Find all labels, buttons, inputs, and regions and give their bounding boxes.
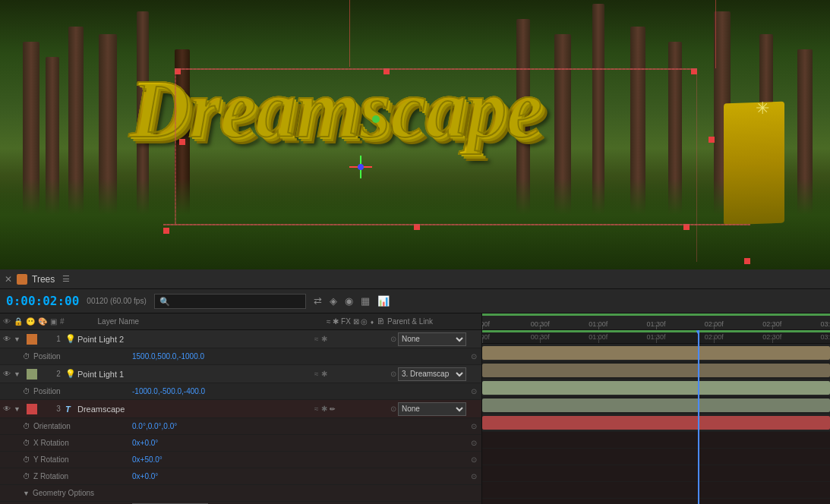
parent-dropdown[interactable]: 3. Dreamscap None <box>398 367 466 381</box>
guide-line <box>349 0 350 67</box>
property-row: ⏱ Y Rotation 0x+50.0° ⊙ <box>0 452 481 468</box>
layer-switches: ≈ ✱ ✏ <box>314 405 390 413</box>
comp-tab-bar: ✕ Trees ☰ <box>0 269 830 289</box>
track-bar <box>482 364 830 377</box>
timeline-search-input[interactable] <box>154 294 306 309</box>
layer-row[interactable]: 👁 ▼ 2 💡 Point Light 1 ≈ ✱ ⊙ 3. Dreamscap… <box>0 365 481 383</box>
parent-dropdown[interactable]: None <box>398 332 466 346</box>
selection-handle[interactable] <box>179 139 185 145</box>
track-row <box>482 362 830 379</box>
property-value[interactable]: 0x+50.0° <box>132 455 471 464</box>
property-value[interactable]: 1500.0,500.0,-1000.0 <box>132 352 471 361</box>
label-col-icon: ▣ <box>50 317 57 326</box>
timeline-header: 0:00:02:00 00120 (60.00 fps) ⇄ ◈ ◉ ▦ 📊 <box>0 289 830 313</box>
effects-col-icon: 🎨 <box>38 317 47 326</box>
layer-controls: ▼ <box>14 404 52 414</box>
layer-color <box>27 369 37 380</box>
switch-solo[interactable]: ≈ <box>314 370 319 378</box>
property-value[interactable]: -1000.0,-500.0,-400.0 <box>132 387 471 395</box>
frame-blend-icon[interactable]: ▦ <box>361 295 370 307</box>
switch-fx[interactable]: ✱ <box>321 405 327 413</box>
track-row <box>482 465 830 482</box>
stopwatch-icon[interactable]: ⏱ <box>23 455 33 464</box>
stopwatch-icon[interactable]: ⏱ <box>23 422 33 430</box>
comp-color-swatch <box>17 274 27 285</box>
layer-expand-icon[interactable]: ▼ <box>14 405 24 413</box>
layer-controls: ▼ <box>14 334 52 345</box>
selection-border-top <box>175 68 697 70</box>
anchor-point[interactable] <box>372 115 380 123</box>
shy-col-icon: 😶 <box>26 317 35 326</box>
reset-icon[interactable]: ⊙ <box>471 387 481 395</box>
parent-dropdown[interactable]: None <box>398 402 466 416</box>
layer-row[interactable]: 👁 ▼ 1 💡 Point Light 2 ≈ ✱ ⊙ None <box>0 330 481 348</box>
stopwatch-icon[interactable]: ⏱ <box>23 352 33 361</box>
preview-area: Dreamscape ✳ <box>0 0 830 269</box>
property-name: Orientation <box>33 422 132 430</box>
layer-expand-icon[interactable]: ▼ <box>14 335 24 343</box>
track-row <box>482 344 830 362</box>
layer-row[interactable]: 👁 ▼ 3 T Dreamscape ≈ ✱ ✏ ⊙ None <box>0 400 481 418</box>
draft-mode-icon[interactable]: ◈ <box>330 295 337 307</box>
track-row <box>482 414 830 432</box>
motion-blur-icon[interactable]: ◉ <box>345 295 353 307</box>
graph-editor-icon[interactable]: 📊 <box>377 295 390 307</box>
layer-list: 👁 ▼ 1 💡 Point Light 2 ≈ ✱ ⊙ None <box>0 330 482 504</box>
transfer-modes-icon[interactable]: ⇄ <box>314 295 322 307</box>
layer-color <box>27 334 37 345</box>
ruler-header: 0:00f00:30f01:00f01:30f02:00f02:30f03:00… <box>482 313 830 329</box>
switch-3d[interactable]: ≈ <box>314 405 319 413</box>
layers-tracks-area: 👁 ▼ 1 💡 Point Light 2 ≈ ✱ ⊙ None <box>0 330 830 504</box>
property-row: ⏱ Z Rotation 0x+0.0° ⊙ <box>0 468 481 485</box>
switch-pencil[interactable]: ✏ <box>330 405 336 413</box>
reset-icon[interactable]: ⊙ <box>471 352 481 361</box>
light-layer-icon: 💡 <box>65 369 77 379</box>
switch-solo[interactable]: ≈ <box>314 335 319 343</box>
switch-fx[interactable]: ✱ <box>321 370 327 378</box>
reset-icon[interactable]: ⊙ <box>471 472 481 480</box>
section-name-label: Geometry Options <box>33 489 94 497</box>
section-expand-icon[interactable]: ▼ <box>23 490 30 497</box>
layer-parent-select: ⊙ 3. Dreamscap None <box>390 367 481 381</box>
layer-visibility-toggle[interactable]: 👁 <box>0 405 14 413</box>
transform-gizmo[interactable] <box>349 156 372 178</box>
stopwatch-icon[interactable]: ⏱ <box>23 439 33 447</box>
layer-expand-icon[interactable]: ▼ <box>14 370 24 378</box>
guide-line <box>715 0 716 68</box>
property-row: ⏱ Orientation 0.0°,0.0°,0.0° ⊙ <box>0 418 481 435</box>
selection-handle[interactable] <box>708 137 715 143</box>
stopwatch-icon[interactable]: ⏱ <box>23 387 33 395</box>
eye-col-icon: 👁 <box>3 317 11 326</box>
layer-color <box>27 404 37 414</box>
parent-link-header: Parent & Link <box>387 317 478 326</box>
comp-tab-label[interactable]: Trees <box>32 274 55 285</box>
comp-menu-icon[interactable]: ☰ <box>62 274 70 284</box>
reset-icon[interactable]: ⊙ <box>471 422 481 430</box>
switch-fx[interactable]: ✱ <box>321 335 327 343</box>
reset-icon[interactable]: ⊙ <box>471 455 481 464</box>
track-row <box>482 449 830 465</box>
stopwatch-icon[interactable]: ⏱ <box>23 472 33 480</box>
property-value[interactable]: 0.0°,0.0°,0.0° <box>132 422 471 430</box>
selection-handle[interactable] <box>744 258 750 264</box>
property-value[interactable]: 0x+0.0° <box>132 472 471 480</box>
reset-icon[interactable]: ⊙ <box>471 439 481 447</box>
selection-handle[interactable] <box>163 228 169 234</box>
layer-visibility-toggle[interactable]: 👁 <box>0 370 14 378</box>
layer-switches: ≈ ✱ <box>314 335 390 343</box>
property-name: Y Rotation <box>33 455 132 464</box>
mode-col: ≈ ✱ FX ⊠ ◎ ⬧ 🖹 <box>327 317 384 326</box>
geometry-options-section: ▼ Geometry Options <box>0 485 481 502</box>
current-time-display[interactable]: 0:00:02:00 <box>6 294 79 308</box>
close-comp-icon[interactable]: ✕ <box>5 274 12 285</box>
selection-border-left <box>175 68 176 224</box>
layer-visibility-toggle[interactable]: 👁 <box>0 335 14 343</box>
composition-title: Dreamscape <box>129 61 541 157</box>
tracks-area[interactable]: 0:00f00:30f01:00f01:30f02:00f02:30f03:00… <box>482 330 830 504</box>
property-name: X Rotation <box>33 439 132 447</box>
layer-switches: ≈ ✱ <box>314 370 390 378</box>
playhead[interactable] <box>698 330 699 504</box>
property-value[interactable]: 0x+0.0° <box>132 439 471 447</box>
3d-pillar <box>724 102 784 225</box>
layer-parent-select: ⊙ None <box>390 402 481 416</box>
